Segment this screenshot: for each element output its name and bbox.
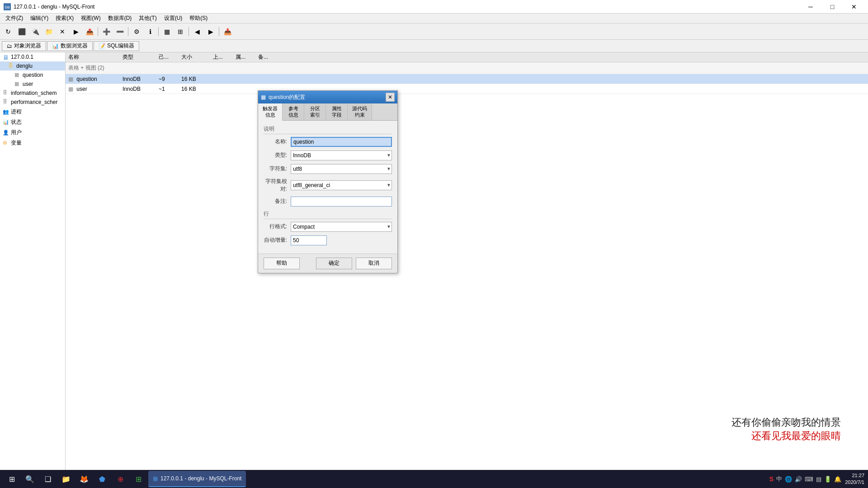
- search-button[interactable]: 🔍: [22, 471, 38, 487]
- menu-file[interactable]: 文件(Z): [2, 14, 27, 23]
- chinese-icon[interactable]: 中: [776, 475, 782, 483]
- ime-icon[interactable]: ▤: [816, 476, 821, 483]
- mysql-front-taskbar-app[interactable]: ▦ 127.0.0.1 - denglu - MySQL-Front: [148, 471, 246, 487]
- users-icon: 👤: [3, 130, 9, 136]
- table-row[interactable]: ▦ user InnoDB ~1 16 KB: [66, 84, 868, 94]
- toolbar-open[interactable]: 📁: [42, 25, 55, 38]
- toolbar-info[interactable]: ℹ: [144, 25, 156, 38]
- keyboard-icon[interactable]: ⌨: [805, 476, 813, 483]
- tab-attributes[interactable]: 属性 字段: [326, 103, 348, 120]
- data-browser-btn[interactable]: 📊 数据浏览器: [47, 41, 93, 51]
- modal-close-button[interactable]: ✕: [386, 93, 395, 102]
- help-button[interactable]: 帮助: [264, 258, 300, 269]
- toolbar-del-row[interactable]: ➖: [113, 25, 126, 38]
- sidebar-database[interactable]: 🗄 denglu: [0, 61, 65, 70]
- sql-editor-icon: 📝: [99, 43, 105, 49]
- task-view-button[interactable]: ❑: [40, 471, 56, 487]
- row-size-user: 16 KB: [179, 85, 210, 93]
- menu-settings[interactable]: 设置(U): [160, 14, 186, 23]
- maximize-button[interactable]: □: [822, 0, 843, 14]
- col-header-name: 名称: [66, 52, 120, 62]
- footer-right-buttons: 确定 取消: [316, 258, 392, 269]
- charset-select[interactable]: utf8 utf8mb4 latin1: [291, 164, 392, 174]
- table-icon-user: ▦: [14, 81, 21, 87]
- menu-help[interactable]: 帮助(S): [186, 14, 211, 23]
- close-button[interactable]: ✕: [844, 0, 864, 14]
- modal-title-icon: ▦: [261, 94, 266, 100]
- green-app-button[interactable]: ⊞: [130, 471, 146, 487]
- jetbrains-button[interactable]: ⬟: [94, 471, 110, 487]
- toolbar-export[interactable]: 📤: [83, 25, 96, 38]
- battery-icon[interactable]: 🔋: [824, 476, 831, 483]
- table-row[interactable]: ▦ question InnoDB ~9 16 KB: [66, 74, 868, 84]
- ok-button[interactable]: 确定: [316, 258, 352, 269]
- sidebar-variables[interactable]: ⚙ 变量: [0, 138, 65, 148]
- input-method-icon[interactable]: S: [769, 475, 774, 483]
- toolbar-import[interactable]: 📥: [221, 25, 234, 38]
- content-area: 名称 类型 己... 大小 上... 属... 备... 表格 + 视图 (2)…: [66, 52, 868, 488]
- menu-view[interactable]: 视图(W): [77, 14, 104, 23]
- tab-partition[interactable]: 分区 索引: [304, 103, 326, 120]
- taskbar-clock[interactable]: 21:27 2020/7/1: [845, 472, 864, 486]
- table-icon-q: ▦: [68, 76, 73, 82]
- menu-database[interactable]: 数据库(D): [104, 14, 136, 23]
- tab-source[interactable]: 源代码 约束: [348, 103, 372, 120]
- sidebar-table-question[interactable]: ▦ question: [0, 70, 65, 80]
- speaker-icon[interactable]: 🔊: [795, 476, 802, 483]
- type-select[interactable]: InnoDB MyISAM MEMORY: [291, 150, 392, 160]
- toolbar-execute[interactable]: ▶: [70, 25, 82, 38]
- toolbar-grid[interactable]: ⊞: [174, 25, 187, 38]
- toolbar-connect[interactable]: 🔌: [29, 25, 42, 38]
- modal-footer: 帮助 确定 取消: [258, 253, 397, 273]
- notification-icon[interactable]: 🔔: [834, 476, 841, 483]
- toolbar-delete[interactable]: ✕: [56, 25, 69, 38]
- toolbar-stop[interactable]: ⬛: [15, 25, 28, 38]
- form-row-type: 类型: InnoDB MyISAM MEMORY ▼: [264, 150, 392, 160]
- modal-dialog[interactable]: ▦ question的配置 ✕ 触发器 信息 参考 信息 分区 索引 属性 字段: [258, 90, 398, 273]
- sql-editor-btn[interactable]: 📝 SQL编辑器: [94, 41, 139, 51]
- toolbar-separator-5: [219, 27, 219, 36]
- file-explorer-button[interactable]: 📁: [58, 471, 74, 487]
- row-section-label: 行: [264, 210, 392, 219]
- sidebar: 🖥 127.0.0.1 🗄 denglu ▦ question ▦ user 🗄…: [0, 52, 66, 488]
- app-icon: DB: [4, 3, 11, 10]
- sidebar-connection[interactable]: 🖥 127.0.0.1: [0, 52, 65, 61]
- red-app-button[interactable]: ⊕: [112, 471, 128, 487]
- sidebar-information-schema[interactable]: 🗄 information_schem: [0, 89, 65, 98]
- format-select[interactable]: Compact Dynamic Fixed Redundant Compress…: [291, 222, 392, 232]
- toolbar-config[interactable]: ⚙: [130, 25, 143, 38]
- row-rows-question: ~9: [156, 75, 179, 83]
- form-row-auto-inc: 自动增量:: [264, 235, 392, 245]
- tab-info[interactable]: 触发器 信息: [258, 103, 283, 121]
- sidebar-table-user[interactable]: ▦ user: [0, 80, 65, 89]
- collation-select[interactable]: utf8_general_ci utf8_unicode_ci utf8_bin: [291, 180, 392, 190]
- object-browser-btn[interactable]: 🗂 对象浏览器: [2, 41, 46, 51]
- minimize-button[interactable]: ─: [800, 0, 821, 14]
- toolbar-refresh[interactable]: ↻: [2, 25, 14, 38]
- taskbar-date: 2020/7/1: [845, 479, 864, 486]
- tab-reference[interactable]: 参考 信息: [283, 103, 304, 120]
- auto-inc-input[interactable]: [291, 235, 327, 245]
- sidebar-process[interactable]: 👥 进程: [0, 107, 65, 117]
- row-name-question: ▦ question: [66, 75, 120, 83]
- cancel-button[interactable]: 取消: [356, 258, 392, 269]
- browser-button[interactable]: 🦊: [76, 471, 92, 487]
- name-input[interactable]: [291, 137, 392, 147]
- comment-input[interactable]: [291, 197, 392, 206]
- network-icon[interactable]: 🌐: [785, 476, 792, 483]
- start-button[interactable]: ⊞: [4, 471, 20, 487]
- menu-other[interactable]: 其他(T): [135, 14, 160, 23]
- toolbar-table[interactable]: ▦: [160, 25, 173, 38]
- toolbar-next[interactable]: ▶: [204, 25, 217, 38]
- toolbar-prev[interactable]: ◀: [191, 25, 203, 38]
- sidebar-performance-schema[interactable]: 🗄 performance_scher: [0, 98, 65, 107]
- menu-search[interactable]: 搜索(X): [52, 14, 77, 23]
- toolbar: ↻ ⬛ 🔌 📁 ✕ ▶ 📤 ➕ ➖ ⚙ ℹ ▦ ⊞ ◀ ▶ 📥: [0, 23, 868, 40]
- form-row-collation: 字符集校对: utf8_general_ci utf8_unicode_ci u…: [264, 178, 392, 193]
- sidebar-status[interactable]: 📊 状态: [0, 117, 65, 127]
- type-select-wrapper: InnoDB MyISAM MEMORY ▼: [291, 150, 392, 160]
- toolbar-add-row[interactable]: ➕: [100, 25, 113, 38]
- sidebar-users[interactable]: 👤 用户: [0, 127, 65, 138]
- database-icon: 🗄: [8, 63, 14, 69]
- menu-edit[interactable]: 编辑(Y): [27, 14, 52, 23]
